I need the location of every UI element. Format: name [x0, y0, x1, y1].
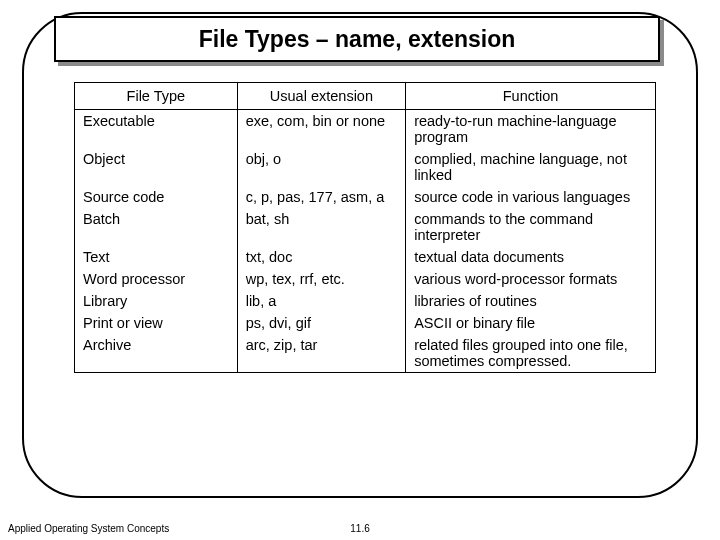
cell-filetype: Library: [75, 290, 238, 312]
cell-filetype: Text: [75, 246, 238, 268]
table-row: Object obj, o complied, machine language…: [75, 148, 656, 186]
footer-center: 11.6: [350, 523, 369, 534]
cell-function: related files grouped into one file, som…: [406, 334, 656, 373]
cell-extension: c, p, pas, 177, asm, a: [237, 186, 405, 208]
cell-extension: ps, dvi, gif: [237, 312, 405, 334]
cell-function: textual data documents: [406, 246, 656, 268]
file-types-table-wrap: File Type Usual extension Function Execu…: [74, 82, 656, 373]
page-title: File Types – name, extension: [199, 26, 516, 53]
footer-left: Applied Operating System Concepts: [8, 523, 169, 534]
cell-filetype: Source code: [75, 186, 238, 208]
cell-filetype: Batch: [75, 208, 238, 246]
cell-filetype: Word processor: [75, 268, 238, 290]
cell-filetype: Object: [75, 148, 238, 186]
cell-filetype: Executable: [75, 110, 238, 149]
table-row: Archive arc, zip, tar related files grou…: [75, 334, 656, 373]
cell-extension: arc, zip, tar: [237, 334, 405, 373]
table-row: Batch bat, sh commands to the command in…: [75, 208, 656, 246]
col-header-extension: Usual extension: [237, 83, 405, 110]
cell-function: complied, machine language, not linked: [406, 148, 656, 186]
cell-filetype: Archive: [75, 334, 238, 373]
cell-extension: obj, o: [237, 148, 405, 186]
cell-function: source code in various languages: [406, 186, 656, 208]
table-row: Print or view ps, dvi, gif ASCII or bina…: [75, 312, 656, 334]
cell-filetype: Print or view: [75, 312, 238, 334]
cell-function: ASCII or binary file: [406, 312, 656, 334]
table-header-row: File Type Usual extension Function: [75, 83, 656, 110]
cell-extension: txt, doc: [237, 246, 405, 268]
table-row: Word processor wp, tex, rrf, etc. variou…: [75, 268, 656, 290]
file-types-table: File Type Usual extension Function Execu…: [74, 82, 656, 373]
cell-function: various word-processor formats: [406, 268, 656, 290]
cell-extension: wp, tex, rrf, etc.: [237, 268, 405, 290]
cell-extension: exe, com, bin or none: [237, 110, 405, 149]
cell-extension: lib, a: [237, 290, 405, 312]
table-row: Executable exe, com, bin or none ready-t…: [75, 110, 656, 149]
title-box: File Types – name, extension: [54, 16, 660, 62]
cell-function: commands to the command interpreter: [406, 208, 656, 246]
col-header-function: Function: [406, 83, 656, 110]
table-row: Library lib, a libraries of routines: [75, 290, 656, 312]
table-row: Source code c, p, pas, 177, asm, a sourc…: [75, 186, 656, 208]
col-header-filetype: File Type: [75, 83, 238, 110]
table-row: Text txt, doc textual data documents: [75, 246, 656, 268]
cell-extension: bat, sh: [237, 208, 405, 246]
cell-function: ready-to-run machine-language program: [406, 110, 656, 149]
cell-function: libraries of routines: [406, 290, 656, 312]
